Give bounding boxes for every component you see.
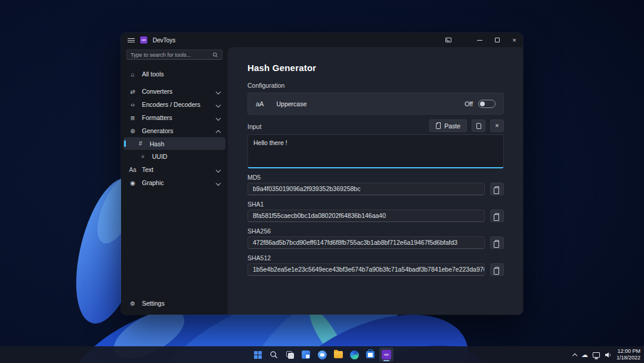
sha512-value-field[interactable]: 1b5e4b2ea5e1e23c5649ece43bf3e674b7a90b3f… — [247, 263, 485, 276]
converters-icon: ⇄ — [129, 88, 137, 95]
sidebar-item-formatters[interactable]: ≣ Formatters — [121, 111, 228, 124]
compact-overlay-button[interactable] — [439, 33, 457, 47]
system-tray: ☁ 12:00 PM 1/18/2022 — [572, 346, 640, 363]
uuid-icon: ⌗ — [139, 153, 147, 160]
minimize-icon — [477, 40, 482, 41]
sidebar-item-encoders-decoders[interactable]: ‹› Encoders / Decoders — [121, 98, 228, 111]
copy-icon — [495, 267, 499, 272]
chevron-up-icon — [216, 129, 221, 133]
sha256-copy-button[interactable] — [490, 236, 504, 249]
sha1-value-field[interactable]: 8fa581f55caecb0bc1da080202f64836b146aa40 — [247, 210, 485, 222]
sha512-row: 1b5e4b2ea5e1e23c5649ece43bf3e674b7a90b3f… — [247, 263, 504, 276]
search-icon[interactable] — [212, 52, 218, 58]
sha1-row: 8fa581f55caecb0bc1da080202f64836b146aa40 — [247, 210, 504, 222]
sha1-copy-button[interactable] — [490, 210, 504, 222]
input-textarea[interactable]: Hello there ! — [247, 134, 504, 168]
sha1-label: SHA1 — [247, 201, 504, 208]
md5-row: b9a4f035019096a2f939352b369258bc — [247, 183, 504, 195]
search-input[interactable] — [131, 52, 212, 58]
sidebar-item-graphic[interactable]: ◉ Graphic — [121, 176, 228, 189]
hash-icon: # — [137, 140, 144, 147]
paste-button[interactable]: Paste — [429, 119, 467, 132]
chevron-down-icon — [216, 116, 221, 120]
md5-label: MD5 — [247, 174, 504, 181]
taskbar: </> ☁ 12:00 PM 1/18/2022 — [0, 346, 644, 363]
close-button[interactable]: × — [506, 33, 523, 47]
sidebar-item-uuid[interactable]: ⌗ UUID — [121, 150, 228, 163]
chevron-up-icon[interactable] — [572, 353, 577, 357]
sha256-label: SHA256 — [247, 227, 504, 235]
page-title: Hash Generator — [247, 63, 504, 73]
sha256-row: 472f86ad5b7bcd90eff6147fd6f8fb755ac3b1ab… — [247, 236, 504, 249]
uppercase-aA-icon: aA — [256, 100, 264, 107]
widgets-icon — [302, 350, 310, 359]
chat-button[interactable] — [315, 347, 329, 362]
uppercase-toggle[interactable] — [478, 100, 496, 108]
file-explorer-button[interactable] — [331, 347, 345, 362]
sidebar-item-all-tools[interactable]: ⌂ All tools — [121, 67, 228, 81]
edge-button[interactable] — [347, 347, 361, 362]
uppercase-setting-card: aA Uppercase Off — [247, 93, 504, 115]
search-icon — [270, 350, 278, 359]
chevron-down-icon — [216, 168, 221, 172]
sidebar-item-text[interactable]: Aa Text — [121, 163, 228, 176]
store-button[interactable] — [363, 347, 377, 362]
encoders-decoders-icon: ‹› — [129, 101, 137, 108]
paste-icon — [436, 123, 441, 129]
clear-input-button[interactable]: × — [490, 119, 504, 132]
titlebar[interactable]: </> DevToys × — [121, 33, 523, 47]
md5-copy-button[interactable] — [490, 183, 504, 195]
selection-accent-bar — [124, 140, 126, 147]
maximize-icon — [495, 38, 500, 42]
network-icon[interactable] — [593, 352, 600, 358]
folder-icon — [334, 351, 343, 358]
chevron-down-icon — [216, 90, 221, 94]
graphic-tool-icon: ◉ — [129, 180, 137, 186]
taskbar-search-button[interactable] — [267, 347, 281, 362]
file-icon — [476, 123, 481, 129]
close-icon: × — [495, 122, 499, 129]
sidebar-item-converters[interactable]: ⇄ Converters — [121, 85, 228, 98]
open-file-button[interactable] — [472, 119, 485, 132]
sidebar-item-settings[interactable]: ⚙ Settings — [121, 297, 228, 310]
sha512-label: SHA512 — [247, 254, 504, 262]
input-label: Input — [247, 123, 261, 132]
formatters-icon: ≣ — [129, 115, 137, 121]
hamburger-menu-icon[interactable] — [128, 38, 135, 42]
sidebar-item-generators[interactable]: ⊛ Generators — [121, 124, 228, 137]
toggle-knob — [480, 101, 485, 106]
taskbar-clock[interactable]: 12:00 PM 1/18/2022 — [617, 348, 640, 361]
chevron-down-icon — [216, 181, 221, 185]
store-icon — [366, 351, 374, 358]
chat-icon — [318, 350, 327, 359]
devtoys-taskbar-button[interactable]: </> — [379, 347, 394, 362]
devtoys-logo-icon: </> — [140, 36, 147, 44]
home-icon: ⌂ — [129, 71, 137, 78]
generators-icon: ⊛ — [129, 128, 137, 134]
minimize-button[interactable] — [471, 33, 488, 47]
sha256-value-field[interactable]: 472f86ad5b7bcd90eff6147fd6f8fb755ac3b1ab… — [247, 236, 485, 249]
clock-time: 12:00 PM — [617, 348, 640, 355]
sha512-copy-button[interactable] — [490, 263, 504, 276]
sidebar: ⌂ All tools ⇄ Converters ‹› Encoders / D… — [121, 47, 228, 315]
window-title: DevToys — [153, 37, 175, 44]
maximize-button[interactable] — [488, 33, 506, 47]
start-button[interactable] — [250, 347, 265, 362]
toggle-state-label: Off — [465, 100, 473, 107]
search-box[interactable] — [126, 50, 222, 60]
copy-icon — [495, 213, 499, 219]
main-content: Hash Generator Configuration aA Uppercas… — [228, 47, 523, 315]
chevron-down-icon — [216, 103, 221, 107]
compact-overlay-icon — [445, 38, 451, 42]
configuration-label: Configuration — [247, 82, 504, 89]
md5-value-field[interactable]: b9a4f035019096a2f939352b369258bc — [247, 183, 485, 195]
windows-logo-icon — [254, 351, 262, 359]
sidebar-item-hash[interactable]: # Hash — [123, 137, 225, 150]
copy-icon — [495, 240, 499, 245]
copy-icon — [495, 186, 499, 192]
task-view-button[interactable] — [283, 347, 297, 362]
widgets-button[interactable] — [299, 347, 313, 362]
devtoys-window: </> DevToys × ⌂ All tools ⇄ Converters — [121, 33, 523, 315]
onedrive-cloud-icon[interactable]: ☁ — [581, 352, 588, 358]
speaker-icon[interactable] — [605, 352, 612, 358]
